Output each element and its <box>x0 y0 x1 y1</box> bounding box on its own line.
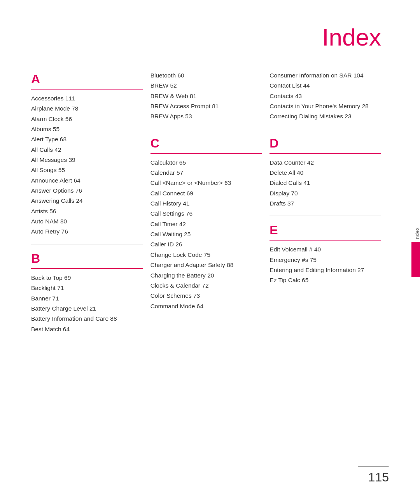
entry-command-mode: Command Mode 64 <box>150 301 262 311</box>
divider-bc <box>150 129 262 129</box>
entry-call-waiting: Call Waiting 25 <box>150 229 262 239</box>
entry-answering-calls: Answering Calls 24 <box>31 196 143 206</box>
entry-call-name-number: Call <Name> or <Number> 63 <box>150 178 262 188</box>
entry-display: Display 70 <box>270 188 381 198</box>
entry-announce-alert: Announce Alert 64 <box>31 176 143 186</box>
page-container: Index A Accessories 111 Airplane Mode 78… <box>0 0 420 504</box>
entry-entering-editing: Entering and Editing Information 27 <box>270 265 381 275</box>
entry-contacts-in-your: Contacts in Your Phone's Memory 28 <box>270 101 381 111</box>
side-tab-bar <box>411 242 420 277</box>
entry-alert-type: Alert Type 68 <box>31 134 143 144</box>
entry-consumer-information: Consumer Information on SAR 104 <box>270 70 381 81</box>
entry-all-calls: All Calls 42 <box>31 145 143 155</box>
entry-airplane-mode: Airplane Mode 78 <box>31 104 143 114</box>
entry-change-lock-code: Change Lock Code 75 <box>150 250 262 260</box>
entry-call-settings: Call Settings 76 <box>150 209 262 219</box>
section-letter-d: D <box>270 136 381 151</box>
index-columns: A Accessories 111 Airplane Mode 78 Alarm… <box>31 70 389 334</box>
section-e: E Edit Voicemail # 40 Emergency #s 75 En… <box>270 223 381 285</box>
bottom-divider <box>358 466 389 467</box>
entry-call-history: Call History 41 <box>150 198 262 209</box>
entry-backlight: Backlight 71 <box>31 283 143 293</box>
section-letter-b: B <box>31 251 143 266</box>
entry-calculator: Calculator 65 <box>150 158 262 168</box>
entry-all-songs: All Songs 55 <box>31 165 143 175</box>
entry-color-schemes: Color Schemes 73 <box>150 291 262 301</box>
entry-brew: BREW 52 <box>150 81 262 91</box>
entry-answer-options: Answer Options 76 <box>31 186 143 196</box>
entry-data-counter: Data Counter 42 <box>270 158 381 168</box>
entry-charging-battery: Charging the Battery 20 <box>150 270 262 281</box>
section-divider-e <box>270 240 381 241</box>
entry-albums: Albums 55 <box>31 124 143 134</box>
side-tab-label: Index <box>415 227 420 240</box>
section-divider-b <box>31 268 143 269</box>
section-letter-c: C <box>150 136 262 151</box>
entry-ez-tip-calc: Ez Tip Calc 65 <box>270 275 381 285</box>
entry-back-to-top: Back to Top 69 <box>31 273 143 283</box>
entry-contact-list: Contact List 44 <box>270 81 381 91</box>
entry-calendar: Calendar 57 <box>150 168 262 178</box>
divider-ab <box>31 244 143 244</box>
section-b: B Back to Top 69 Backlight 71 Banner 71 … <box>31 251 143 334</box>
entry-correcting-dialing: Correcting Dialing Mistakes 23 <box>270 111 381 121</box>
entry-battery-charge-level: Battery Charge Level 21 <box>31 304 143 314</box>
entry-auto-retry: Auto Retry 76 <box>31 227 143 237</box>
entry-edit-voicemail: Edit Voicemail # 40 <box>270 244 381 255</box>
entry-emergency-numbers: Emergency #s 75 <box>270 255 381 265</box>
section-divider-c <box>150 153 262 154</box>
entry-call-timer: Call Timer 42 <box>150 219 262 229</box>
entry-dialed-calls: Dialed Calls 41 <box>270 178 381 188</box>
entry-battery-information: Battery Information and Care 88 <box>31 314 143 324</box>
section-letter-e: E <box>270 223 381 237</box>
entry-all-messages: All Messages 39 <box>31 155 143 165</box>
entry-alarm-clock: Alarm Clock 56 <box>31 114 143 124</box>
page-title: Index <box>31 23 389 51</box>
section-b-cont: Bluetooth 60 BREW 52 BREW & Web 81 BREW … <box>150 70 262 122</box>
entry-bluetooth: Bluetooth 60 <box>150 70 262 81</box>
section-divider-d <box>270 153 381 154</box>
entry-brew-access-prompt: BREW Access Prompt 81 <box>150 101 262 111</box>
section-divider-a <box>31 89 143 90</box>
entry-contacts: Contacts 43 <box>270 91 381 101</box>
section-a: A Accessories 111 Airplane Mode 78 Alarm… <box>31 72 143 237</box>
entry-caller-id: Caller ID 26 <box>150 239 262 249</box>
entry-charger-adapter: Charger and Adapter Safety 88 <box>150 260 262 270</box>
page-number: 115 <box>368 470 389 485</box>
entry-artists: Artists 56 <box>31 206 143 216</box>
entry-best-match: Best Match 64 <box>31 324 143 334</box>
column-3: Consumer Information on SAR 104 Contact … <box>270 70 389 286</box>
section-d: D Data Counter 42 Delete All 40 Dialed C… <box>270 136 381 209</box>
entry-drafts: Drafts 37 <box>270 198 381 209</box>
divider-de <box>270 216 381 216</box>
entry-accessories: Accessories 111 <box>31 93 143 104</box>
entry-auto-nam: Auto NAM 80 <box>31 216 143 227</box>
entry-brew-web: BREW & Web 81 <box>150 91 262 101</box>
section-c: C Calculator 65 Calendar 57 Call <Name> … <box>150 136 262 311</box>
column-2: Bluetooth 60 BREW 52 BREW & Web 81 BREW … <box>150 70 270 311</box>
section-c-cont: Consumer Information on SAR 104 Contact … <box>270 70 381 122</box>
entry-clocks-calendar: Clocks & Calendar 72 <box>150 281 262 291</box>
entry-call-connect: Call Connect 69 <box>150 188 262 198</box>
divider-cd <box>270 129 381 129</box>
column-1: A Accessories 111 Airplane Mode 78 Alarm… <box>31 70 150 334</box>
side-tab: Index <box>411 227 420 277</box>
entry-brew-apps: BREW Apps 53 <box>150 111 262 121</box>
entry-delete-all: Delete All 40 <box>270 168 381 178</box>
section-letter-a: A <box>31 72 143 86</box>
entry-banner: Banner 71 <box>31 293 143 304</box>
